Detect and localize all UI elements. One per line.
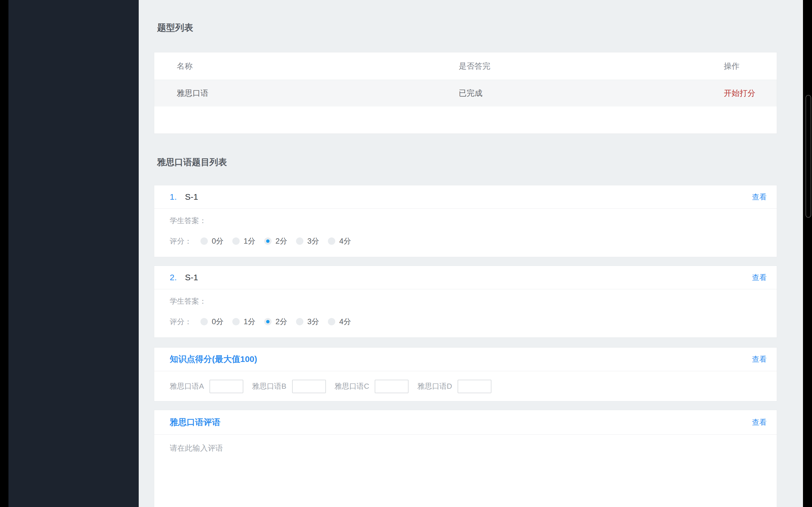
col-header-completed: 是否答完 [459,61,724,71]
cell-name: 雅思口语 [154,88,459,99]
radio-option-0[interactable]: 0分 [200,236,223,246]
radio-icon[interactable] [232,318,240,325]
radio-option-label: 3分 [307,317,319,327]
table-row: 雅思口语 已完成 开始打分 [154,80,777,107]
question-card-1-header: 1. S-1 查看 [154,185,777,209]
radio-option-2[interactable]: 2分 [264,317,287,327]
view-link[interactable]: 查看 [752,417,767,427]
radio-option-3[interactable]: 3分 [296,236,319,246]
scrollbar-thumb[interactable] [806,95,811,218]
cell-completed: 已完成 [459,88,724,99]
radio-icon[interactable] [328,237,335,245]
knowledge-score-card: 知识点得分(最大值100) 查看 雅思口语A 雅思口语B 雅思口语C 雅思口语D [154,347,777,401]
knowledge-score-body: 雅思口语A 雅思口语B 雅思口语C 雅思口语D [154,371,777,401]
score-input-c[interactable] [375,380,409,393]
radio-icon[interactable] [232,237,240,245]
question-number: 1. [170,192,177,202]
score-field-label: 雅思口语C [335,381,369,391]
radio-icon[interactable] [296,237,303,245]
score-field-label: 雅思口语B [252,381,286,391]
radio-option-label: 0分 [212,236,223,246]
radio-option-4[interactable]: 4分 [328,236,351,246]
radio-option-1[interactable]: 1分 [232,317,255,327]
question-card-1-body: 学生答案： 评分： 0分 1分 2分 3分 [154,209,777,246]
score-field-d: 雅思口语D [417,380,492,393]
question-types-table: 名称 是否答完 操作 雅思口语 已完成 开始打分 [154,52,777,134]
question-card-1: 1. S-1 查看 学生答案： 评分： 0分 1分 2分 [154,185,777,257]
view-link[interactable]: 查看 [752,192,767,202]
col-header-action: 操作 [724,61,777,71]
radio-option-1[interactable]: 1分 [232,236,255,246]
radio-icon[interactable] [296,318,303,325]
score-input-b[interactable] [292,380,326,393]
question-types-title: 题型列表 [157,22,803,33]
radio-option-label: 1分 [244,317,255,327]
radio-option-label: 3分 [307,236,319,246]
score-row: 评分： 0分 1分 2分 3分 [170,317,761,327]
question-card-2: 2. S-1 查看 学生答案： 评分： 0分 1分 2分 [154,266,777,338]
score-field-label: 雅思口语A [170,381,204,391]
comment-card-title: 雅思口语评语 [170,416,220,428]
comment-card-header: 雅思口语评语 查看 [154,410,777,435]
question-card-2-header: 2. S-1 查看 [154,266,777,289]
radio-option-2[interactable]: 2分 [264,236,287,246]
radio-option-label: 1分 [244,236,255,246]
knowledge-score-title: 知识点得分(最大值100) [170,353,257,365]
radio-icon[interactable] [264,237,271,245]
question-number: 2. [170,273,177,282]
table-header-row: 名称 是否答完 操作 [154,52,777,80]
radio-icon[interactable] [200,237,208,245]
radio-option-label: 4分 [339,317,351,327]
radio-icon[interactable] [328,318,335,325]
radio-option-4[interactable]: 4分 [328,317,351,327]
radio-option-label: 2分 [275,317,287,327]
comment-textarea[interactable] [170,443,748,505]
radio-option-label: 2分 [275,236,287,246]
question-title: S-1 [185,192,198,202]
score-label: 评分： [170,317,192,327]
student-answer-label: 学生答案： [170,216,761,226]
question-title: S-1 [185,273,198,282]
screen: { "colors": { "accent_blue": "#2d8cf0", … [0,0,812,507]
radio-icon[interactable] [200,318,208,325]
view-link[interactable]: 查看 [752,273,767,283]
radio-option-label: 4分 [339,236,351,246]
score-field-b: 雅思口语B [252,380,326,393]
knowledge-score-header: 知识点得分(最大值100) 查看 [154,348,777,371]
cell-action: 开始打分 [724,88,777,99]
score-row: 评分： 0分 1分 2分 3分 [170,236,761,246]
score-field-c: 雅思口语C [335,380,409,393]
score-input-d[interactable] [458,380,492,393]
comment-card: 雅思口语评语 查看 [154,410,777,507]
sidebar-nav [8,0,139,507]
view-link[interactable]: 查看 [752,354,767,364]
radio-icon[interactable] [264,318,271,325]
student-answer-label: 学生答案： [170,296,761,306]
score-label: 评分： [170,236,192,246]
col-header-name: 名称 [154,61,459,71]
radio-option-0[interactable]: 0分 [200,317,223,327]
radio-option-3[interactable]: 3分 [296,317,319,327]
score-field-label: 雅思口语D [417,381,452,391]
score-input-a[interactable] [209,380,243,393]
question-card-2-body: 学生答案： 评分： 0分 1分 2分 3分 [154,289,777,327]
question-list-title: 雅思口语题目列表 [157,157,803,168]
radio-option-label: 0分 [212,317,223,327]
score-field-a: 雅思口语A [170,380,243,393]
start-scoring-link[interactable]: 开始打分 [724,89,755,98]
main-content: 题型列表 名称 是否答完 操作 雅思口语 已完成 开始打分 雅思口语题目列表 1… [139,0,803,507]
